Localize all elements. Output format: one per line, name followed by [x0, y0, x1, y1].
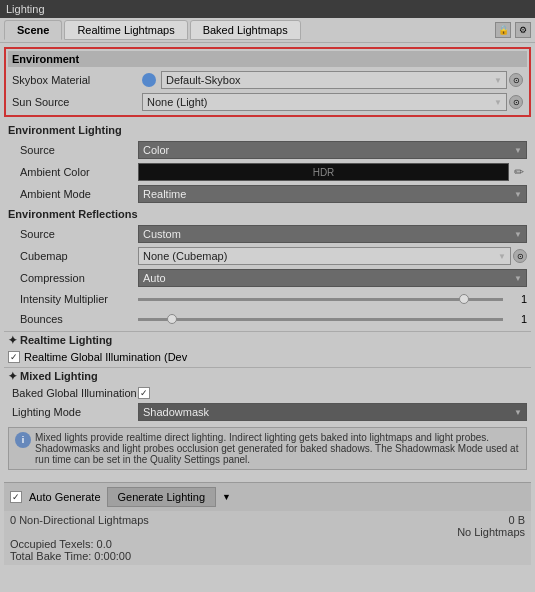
- ambient-mode-value: Realtime ▼: [138, 185, 527, 203]
- intensity-row: Intensity Multiplier 1: [4, 289, 531, 309]
- ambient-mode-dropdown[interactable]: Realtime ▼: [138, 185, 527, 203]
- cubemap-dropdown-arrow: ▼: [498, 252, 506, 261]
- skybox-material-value: Default-Skybox ▼ ⊙: [142, 71, 523, 89]
- bounces-slider-container: 1: [138, 313, 527, 325]
- env-reflections-source-row: Source Custom ▼: [4, 223, 531, 245]
- lighting-mode-value: Shadowmask ▼: [138, 403, 527, 421]
- bottom-bar: Auto Generate Generate Lighting ▼: [4, 482, 531, 511]
- occupied-texels-row: Occupied Texels: 0.0: [10, 538, 525, 550]
- sun-source-row: Sun Source None (Light) ▼ ⊙: [8, 91, 527, 113]
- pencil-icon[interactable]: ✏: [511, 164, 527, 180]
- cubemap-row: Cubemap None (Cubemap) ▼ ⊙: [4, 245, 531, 267]
- lighting-mode-row: Lighting Mode Shadowmask ▼: [4, 401, 531, 423]
- tab-realtime-lightmaps[interactable]: Realtime Lightmaps: [64, 20, 187, 40]
- env-lighting-source-label: Source: [8, 144, 138, 156]
- compression-arrow: ▼: [514, 274, 522, 283]
- main-content: Environment Skybox Material Default-Skyb…: [0, 43, 535, 589]
- ambient-mode-row: Ambient Mode Realtime ▼: [4, 183, 531, 205]
- cubemap-label: Cubemap: [8, 250, 138, 262]
- skybox-circle-btn[interactable]: ⊙: [509, 73, 523, 87]
- occupied-texels-label: Occupied Texels: 0.0: [10, 538, 112, 550]
- realtime-gi-row: Realtime Global Illumination (Dev: [4, 349, 531, 365]
- bounces-slider-value: 1: [507, 313, 527, 325]
- status-row1: 0 Non-Directional Lightmaps 0 B: [10, 514, 525, 526]
- tab-scene[interactable]: Scene: [4, 20, 62, 40]
- sun-source-value: None (Light) ▼ ⊙: [142, 93, 523, 111]
- env-reflections-source-value: Custom ▼: [138, 225, 527, 243]
- env-reflections-source-arrow: ▼: [514, 230, 522, 239]
- lightmaps-size: 0 B: [508, 514, 525, 526]
- env-reflections-source-dropdown[interactable]: Custom ▼: [138, 225, 527, 243]
- intensity-value: 1: [138, 293, 527, 305]
- mixed-lighting-icon: ✦: [8, 370, 20, 382]
- settings-icon[interactable]: ⚙: [515, 22, 531, 38]
- baked-gi-checkbox[interactable]: [138, 387, 150, 399]
- ambient-color-value: HDR ✏: [138, 163, 527, 181]
- status-bar: 0 Non-Directional Lightmaps 0 B No Light…: [4, 511, 531, 565]
- ambient-mode-arrow: ▼: [514, 190, 522, 199]
- bounces-thumb[interactable]: [167, 314, 177, 324]
- realtime-lighting-section: ✦ Realtime Lighting: [4, 331, 531, 349]
- total-bake-time-label: Total Bake Time: 0:00:00: [10, 550, 131, 562]
- no-lightmaps-row: No Lightmaps: [10, 526, 525, 538]
- environment-section: Environment Skybox Material Default-Skyb…: [4, 47, 531, 117]
- skybox-dropdown-arrow: ▼: [494, 76, 502, 85]
- auto-generate-label: Auto Generate: [29, 491, 101, 503]
- intensity-thumb[interactable]: [459, 294, 469, 304]
- tab-icons: 🔒 ⚙: [495, 22, 531, 38]
- compression-dropdown[interactable]: Auto ▼: [138, 269, 527, 287]
- sun-source-dropdown[interactable]: None (Light) ▼: [142, 93, 507, 111]
- env-reflections-source-label: Source: [8, 228, 138, 240]
- cubemap-circle-btn[interactable]: ⊙: [513, 249, 527, 263]
- lock-icon[interactable]: 🔒: [495, 22, 511, 38]
- environment-lighting-section: Environment Lighting Source Color ▼ Ambi…: [4, 121, 531, 205]
- baked-gi-label: Baked Global Illumination: [8, 387, 138, 399]
- lightmaps-count: 0 Non-Directional Lightmaps: [10, 514, 149, 526]
- realtime-lighting-icon: ✦: [8, 334, 20, 346]
- bounces-row: Bounces 1: [4, 309, 531, 329]
- auto-generate-container: Auto Generate: [10, 491, 101, 503]
- env-reflections-header: Environment Reflections: [4, 205, 531, 223]
- window-title: Lighting: [6, 3, 45, 15]
- no-lightmaps-label: No Lightmaps: [457, 526, 525, 538]
- auto-generate-checkbox[interactable]: [10, 491, 22, 503]
- compression-label: Compression: [8, 272, 138, 284]
- env-lighting-source-value: Color ▼: [138, 141, 527, 159]
- intensity-slider-container: 1: [138, 293, 527, 305]
- sun-source-circle-btn[interactable]: ⊙: [509, 95, 523, 109]
- generate-lighting-button[interactable]: Generate Lighting: [107, 487, 216, 507]
- environment-reflections-section: Environment Reflections Source Custom ▼ …: [4, 205, 531, 329]
- intensity-slider[interactable]: [138, 298, 503, 301]
- bounces-label: Bounces: [8, 313, 138, 325]
- info-box: i Mixed lights provide realtime direct l…: [8, 427, 527, 470]
- title-bar: Lighting: [0, 0, 535, 18]
- lighting-mode-dropdown[interactable]: Shadowmask ▼: [138, 403, 527, 421]
- ambient-color-row: Ambient Color HDR ✏: [4, 161, 531, 183]
- generate-dropdown-arrow[interactable]: ▼: [222, 492, 231, 502]
- baked-gi-row: Baked Global Illumination: [4, 385, 531, 401]
- realtime-gi-checkbox[interactable]: [8, 351, 20, 363]
- env-lighting-source-arrow: ▼: [514, 146, 522, 155]
- ambient-color-label: Ambient Color: [8, 166, 138, 178]
- compression-value: Auto ▼: [138, 269, 527, 287]
- env-lighting-header: Environment Lighting: [4, 121, 531, 139]
- cubemap-dropdown[interactable]: None (Cubemap) ▼: [138, 247, 511, 265]
- skybox-dot-icon: [142, 73, 156, 87]
- ambient-mode-label: Ambient Mode: [8, 188, 138, 200]
- cubemap-value: None (Cubemap) ▼ ⊙: [138, 247, 527, 265]
- intensity-slider-value: 1: [507, 293, 527, 305]
- tab-bar: Scene Realtime Lightmaps Baked Lightmaps…: [0, 18, 535, 43]
- env-lighting-source-row: Source Color ▼: [4, 139, 531, 161]
- lighting-mode-arrow: ▼: [514, 408, 522, 417]
- skybox-material-label: Skybox Material: [12, 74, 142, 86]
- intensity-label: Intensity Multiplier: [8, 293, 138, 305]
- bounces-slider[interactable]: [138, 318, 503, 321]
- hdr-bar[interactable]: HDR: [138, 163, 509, 181]
- realtime-gi-label: Realtime Global Illumination (Dev: [24, 351, 187, 363]
- lighting-mode-label: Lighting Mode: [8, 406, 138, 418]
- skybox-material-dropdown[interactable]: Default-Skybox ▼: [161, 71, 507, 89]
- tab-baked-lightmaps[interactable]: Baked Lightmaps: [190, 20, 301, 40]
- env-lighting-source-dropdown[interactable]: Color ▼: [138, 141, 527, 159]
- info-icon: i: [15, 432, 31, 448]
- info-text: Mixed lights provide realtime direct lig…: [35, 432, 520, 465]
